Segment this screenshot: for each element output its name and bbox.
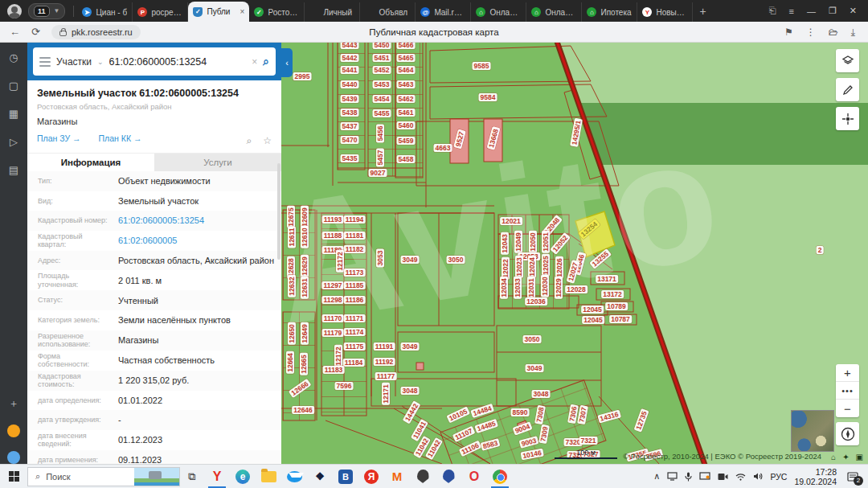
layers-button[interactable] — [836, 49, 859, 72]
parcel-label[interactable]: 5455 — [373, 109, 391, 117]
plan-zu-link[interactable]: План ЗУ → — [37, 133, 81, 143]
dropbox-taskbar-button[interactable]: ❖ — [307, 465, 333, 488]
browser-tab[interactable]: ✓Ростовск — [249, 2, 305, 22]
parcel-label[interactable]: 5443 — [341, 43, 359, 49]
desktop-icon[interactable] — [667, 472, 678, 481]
parcel-label[interactable]: 2 — [817, 246, 824, 254]
parcel-label[interactable]: 12171 — [382, 383, 390, 405]
parcel-label[interactable]: 5441 — [341, 66, 359, 74]
tab-services[interactable]: Услуги — [154, 154, 281, 171]
history-icon[interactable]: ◷ — [6, 51, 21, 65]
parcel-label[interactable]: 9585 — [473, 62, 491, 70]
parcel-label[interactable]: 12034 — [500, 277, 508, 299]
parcel-label[interactable]: 5463 — [397, 80, 416, 88]
panel-scrollbar[interactable] — [277, 163, 280, 260]
parcel-label[interactable]: 12610 — [301, 226, 309, 248]
parcel-label[interactable]: 12045 — [582, 316, 604, 324]
explorer-taskbar-button[interactable] — [256, 465, 281, 488]
apps-icon[interactable]: ▦ — [6, 107, 21, 121]
parcel-label[interactable]: 3048 — [401, 387, 420, 395]
browser-tab[interactable]: @Mail.ru: п — [416, 2, 471, 22]
draw-button[interactable] — [836, 78, 859, 101]
parcel-label[interactable]: 3048 — [532, 390, 551, 398]
parcel-label[interactable]: 12043 — [501, 232, 509, 255]
parcel-label[interactable]: 5450 — [373, 43, 391, 49]
parcel-label[interactable]: 12029 — [555, 277, 563, 299]
panel-collapse-button[interactable]: ‹ — [281, 48, 293, 77]
parcel-label[interactable]: 11170 — [322, 314, 344, 322]
parcel-label[interactable]: 12665 — [300, 353, 308, 375]
clock[interactable]: 17:28 19.02.2024 — [794, 467, 837, 486]
parcel-label[interactable]: 12172 — [336, 250, 344, 273]
locate-button[interactable] — [836, 107, 859, 130]
parcel-label[interactable]: 12028 — [565, 285, 588, 293]
menu-hamburger-icon[interactable] — [39, 57, 51, 67]
parcel-label[interactable]: 7596 — [335, 382, 354, 390]
parcel-label[interactable]: 5466 — [397, 43, 416, 49]
browser-tab[interactable]: ⌂Онлайн п — [471, 2, 526, 22]
parcel-label[interactable]: 12049 — [514, 231, 522, 253]
yandex-browser-taskbar-button[interactable]: Y — [204, 465, 230, 488]
parcel-label[interactable]: 11182 — [344, 245, 366, 253]
url-field[interactable]: pkk.rosreestr.ru — [51, 25, 141, 39]
parcel-label[interactable]: 12664 — [286, 351, 294, 374]
parcel-label[interactable]: 5453 — [373, 80, 391, 88]
parcel-label[interactable]: 5457 — [376, 149, 384, 167]
zoom-in-button[interactable]: + — [836, 364, 859, 382]
parcel-label[interactable]: 5440 — [341, 80, 359, 88]
info-row-value[interactable]: 61:02:0600005 — [110, 236, 281, 245]
parcel-label[interactable]: 12023 — [515, 256, 523, 278]
parcel-label[interactable]: 5464 — [397, 66, 416, 74]
search-icon[interactable]: ⌕ — [263, 55, 269, 68]
parcel-label[interactable]: 11171 — [344, 314, 366, 322]
parcel-label[interactable]: 12051 — [542, 231, 550, 253]
parcel-label[interactable]: 8590 — [511, 408, 530, 416]
parcel-label[interactable]: 12030 — [541, 275, 549, 297]
browser-tab[interactable]: Личный — [305, 2, 360, 22]
locate-on-map-icon[interactable]: ⌕ — [247, 135, 252, 146]
browser-tab[interactable]: ➤Циан - б — [77, 2, 133, 22]
start-button[interactable] — [0, 465, 27, 488]
parcel-label[interactable]: 11194 — [344, 215, 366, 223]
parcel-label[interactable]: 12675 — [287, 206, 295, 228]
shield-blue-taskbar-button[interactable] — [436, 465, 461, 488]
parcel-label[interactable]: 12629 — [301, 255, 309, 277]
parcel-label[interactable]: 12024 — [528, 256, 536, 278]
parcel-label[interactable]: 11181 — [344, 232, 366, 240]
tab-information[interactable]: Информация — [27, 154, 154, 171]
parcel-label[interactable]: 5461 — [397, 109, 416, 117]
parcel-label[interactable]: 3049 — [401, 256, 420, 264]
vk-taskbar-button[interactable]: B — [333, 465, 358, 488]
parcel-label[interactable]: 3050 — [523, 335, 542, 343]
add-panel-icon[interactable]: ＋ — [6, 396, 21, 411]
parcel-label[interactable]: 3049 — [401, 342, 420, 351]
parcel-label[interactable]: 13172 — [601, 290, 624, 298]
parcel-label[interactable]: 5460 — [397, 121, 416, 129]
parcel-label[interactable]: 12031 — [527, 277, 535, 299]
task-view-button[interactable]: ⧉ — [180, 465, 204, 488]
parcel-label[interactable]: 12632 — [288, 275, 296, 297]
browser-tab[interactable]: YНовый Я — [637, 2, 693, 22]
parcel-label[interactable]: 11188 — [322, 232, 344, 240]
parcel-label[interactable]: 5452 — [373, 66, 391, 74]
back-button[interactable]: ← — [10, 26, 20, 38]
parcel-label[interactable]: 11192 — [374, 358, 395, 366]
zoom-out-button[interactable]: − — [836, 400, 859, 417]
bookmark-icon[interactable]: ⚑ — [784, 27, 793, 38]
parcel-label[interactable]: 11175 — [344, 342, 366, 351]
parcel-label[interactable]: 5435 — [341, 154, 359, 162]
parcel-label[interactable]: 4663 — [434, 144, 452, 152]
reload-button[interactable]: ⟳ — [31, 26, 40, 38]
compass-button[interactable] — [836, 422, 859, 445]
bookmarks-icon[interactable]: ▢ — [6, 79, 21, 93]
home-icon[interactable]: ⌂ — [831, 453, 836, 461]
parcel-label[interactable]: 5462 — [397, 95, 416, 103]
parcel-label[interactable]: 11184 — [343, 359, 365, 367]
language-indicator[interactable]: РУС — [770, 472, 787, 482]
parcel-label[interactable]: 12050 — [529, 231, 537, 253]
parcel-label[interactable]: 12611 — [288, 226, 296, 248]
parcel-label[interactable]: 5458 — [397, 155, 416, 163]
browser-tab[interactable]: ⌂Ипотека — [582, 2, 637, 22]
parcel-label[interactable]: 11297 — [321, 281, 343, 289]
parcel-label[interactable]: 2995 — [293, 72, 312, 80]
